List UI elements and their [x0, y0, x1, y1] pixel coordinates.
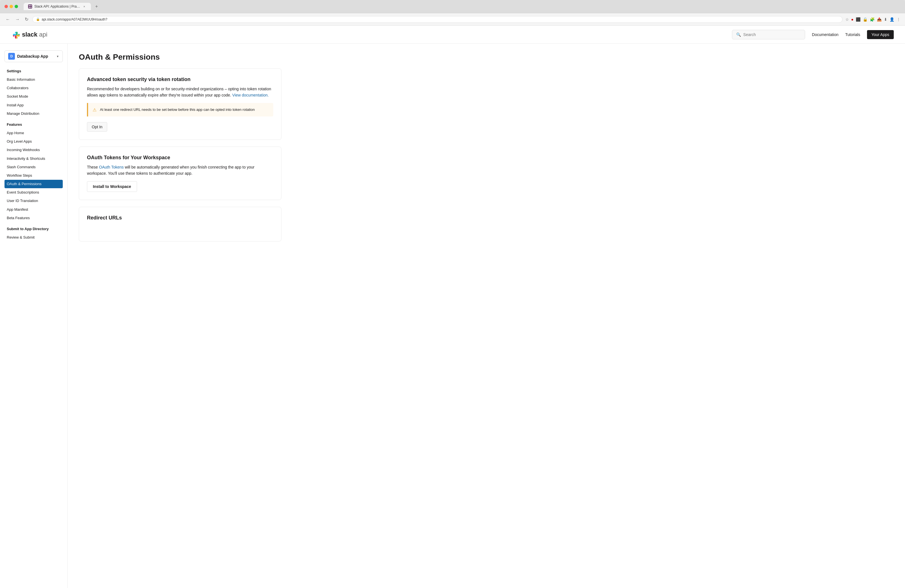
maximize-button[interactable]	[14, 5, 18, 8]
redirect-urls-title: Redirect URLs	[87, 215, 273, 221]
sidebar: D Databackup App ▼ Settings Basic Inform…	[0, 44, 68, 588]
page-title: OAuth & Permissions	[79, 52, 281, 62]
tab-title: Slack API: Applications | Pra…	[34, 5, 80, 8]
install-to-workspace-button[interactable]: Install to Workspace	[87, 181, 137, 192]
redirect-urls-card: Redirect URLs	[79, 207, 281, 241]
oauth-tokens-link[interactable]: OAuth Tokens	[99, 165, 124, 170]
sidebar-section-settings: Settings	[5, 69, 63, 73]
alert-text: At least one redirect URL needs to be se…	[100, 107, 255, 113]
svg-rect-2	[29, 7, 30, 8]
nav-links: Documentation Tutorials Your Apps	[812, 30, 894, 39]
sidebar-item-incoming-webhooks[interactable]: Incoming Webhooks	[5, 146, 63, 154]
main-content: OAuth & Permissions Advanced token secur…	[68, 44, 293, 588]
extension-icon-2[interactable]: ⬛	[856, 17, 861, 22]
sidebar-item-oauth-permissions[interactable]: OAuth & Permissions	[5, 180, 63, 188]
token-rotation-card: Advanced token security via token rotati…	[79, 68, 281, 140]
sidebar-item-workflow-steps[interactable]: Workflow Steps	[5, 171, 63, 180]
close-button[interactable]	[5, 5, 8, 8]
sidebar-item-collaborators[interactable]: Collaborators	[5, 84, 63, 92]
oauth-tokens-title: OAuth Tokens for Your Workspace	[87, 155, 273, 161]
app-name: Databackup App	[17, 54, 54, 59]
nav-tutorials[interactable]: Tutorials	[845, 32, 860, 37]
forward-button[interactable]: →	[14, 16, 21, 23]
share-icon[interactable]: 📤	[877, 17, 882, 22]
svg-rect-0	[29, 5, 30, 6]
minimize-button[interactable]	[10, 5, 13, 8]
svg-rect-3	[30, 7, 32, 8]
search-bar[interactable]: 🔍	[732, 30, 805, 40]
chevron-down-icon: ▼	[56, 55, 59, 58]
sidebar-item-org-level-apps[interactable]: Org Level Apps	[5, 137, 63, 146]
svg-rect-1	[30, 5, 32, 6]
oauth-tokens-description: These OAuth Tokens will be automatically…	[87, 164, 273, 177]
sidebar-item-beta-features[interactable]: Beta Features	[5, 214, 63, 222]
back-button[interactable]: ←	[5, 16, 11, 23]
sidebar-item-install-app[interactable]: Install App	[5, 101, 63, 109]
sidebar-item-review-submit[interactable]: Review & Submit	[5, 233, 63, 242]
new-tab-button[interactable]: +	[95, 4, 98, 9]
tab-favicon	[28, 5, 32, 8]
token-rotation-description: Recommended for developers building on o…	[87, 86, 273, 98]
nav-documentation[interactable]: Documentation	[812, 32, 838, 37]
sidebar-item-event-subscriptions[interactable]: Event Subscriptions	[5, 188, 63, 197]
sidebar-section-submit: Submit to App Directory	[5, 227, 63, 231]
sidebar-item-app-manifest[interactable]: App Manifest	[5, 205, 63, 214]
app-icon: D	[8, 53, 15, 60]
search-input[interactable]	[743, 32, 801, 37]
traffic-lights	[5, 5, 18, 8]
logo-api: api	[39, 31, 47, 38]
warning-icon: ⚠	[92, 107, 97, 113]
view-documentation-link[interactable]: View documentation.	[232, 93, 269, 97]
bookmark-icon[interactable]: ☆	[845, 17, 849, 22]
refresh-button[interactable]: ↻	[24, 16, 30, 23]
sidebar-item-app-home[interactable]: App Home	[5, 129, 63, 137]
url-display: api.slack.com/apps/A07AE3WUU9H/oauth?	[42, 17, 107, 21]
token-rotation-title: Advanced token security via token rotati…	[87, 76, 273, 82]
alert-box: ⚠ At least one redirect URL needs to be …	[87, 103, 273, 116]
sidebar-item-interactivity[interactable]: Interactivity & Shortcuts	[5, 154, 63, 163]
sidebar-item-user-id-translation[interactable]: User ID Translation	[5, 197, 63, 205]
extension-icon-1[interactable]: ●	[851, 17, 854, 22]
menu-icon[interactable]: ⋮	[897, 17, 900, 22]
sidebar-section-features: Features	[5, 122, 63, 127]
sidebar-item-basic-information[interactable]: Basic Information	[5, 75, 63, 84]
search-icon: 🔍	[736, 32, 741, 37]
sidebar-item-socket-mode[interactable]: Socket Mode	[5, 92, 63, 101]
opt-in-button[interactable]: Opt In	[87, 122, 107, 132]
browser-tab[interactable]: Slack API: Applications | Pra… ×	[24, 3, 91, 10]
avatar-icon[interactable]: 👤	[889, 17, 894, 22]
address-bar[interactable]: 🔒 api.slack.com/apps/A07AE3WUU9H/oauth?	[32, 16, 843, 23]
puzzle-icon[interactable]: 🧩	[870, 17, 875, 22]
sidebar-item-slash-commands[interactable]: Slash Commands	[5, 163, 63, 171]
app-selector[interactable]: D Databackup App ▼	[5, 50, 63, 62]
lock-icon[interactable]: 🔒	[863, 17, 868, 22]
oauth-tokens-card: OAuth Tokens for Your Workspace These OA…	[79, 147, 281, 200]
nav-your-apps[interactable]: Your Apps	[867, 30, 894, 39]
logo[interactable]: slack api	[11, 30, 47, 39]
top-nav: slack api 🔍 Documentation Tutorials Your…	[0, 25, 905, 44]
download-icon[interactable]: ⬇	[884, 17, 887, 22]
tab-close-button[interactable]: ×	[83, 5, 86, 8]
logo-slack: slack	[22, 31, 37, 38]
sidebar-item-manage-distribution[interactable]: Manage Distribution	[5, 109, 63, 118]
